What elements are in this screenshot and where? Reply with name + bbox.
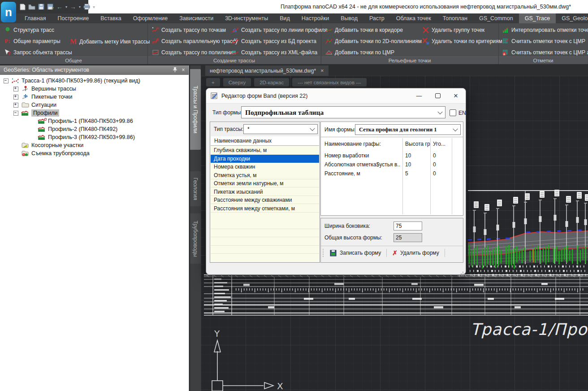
table-cell[interactable]: Номер выработки (324, 152, 401, 159)
list-item[interactable]: Глубина скважины, м (211, 146, 319, 155)
read-marks-dtm-auto-icon: a (502, 49, 509, 56)
tree-item-situations[interactable]: Ситуации (0, 101, 56, 109)
tab-vid[interactable]: Вид (274, 13, 296, 23)
tree-item-route[interactable]: Трасса-1 (ПК480-ПК503+99.86) (текущий ви… (0, 77, 140, 85)
expander-icon[interactable] (13, 111, 18, 116)
form-type-combobox[interactable]: Подпрофильная таблица (241, 106, 445, 118)
add-route-name-label-button[interactable]: M Добавить метку Имя трассы (69, 37, 150, 46)
tab-topoplan[interactable]: Топоплан (437, 13, 473, 23)
tree-item-pipeline-survey[interactable]: Съемка трубопровода (0, 149, 90, 157)
tab-gs-common[interactable]: GS_Common (473, 13, 519, 23)
redo-icon[interactable]: → (70, 3, 76, 11)
route-db-icon: БД (231, 38, 239, 45)
table-cell[interactable]: 10 (405, 152, 411, 159)
delete-form-button[interactable]: ✗ Удалить форму (392, 249, 439, 256)
delete-points-by-criteria-button[interactable]: Удалить точки по критериям (422, 37, 502, 46)
create-route-by-polyline-button[interactable]: Создать трассу по полилинии (151, 48, 238, 57)
add-points-by-2d-polylines-button[interactable]: Добавить точки по 2D-полилиниям (325, 37, 422, 46)
tab-gs-geology[interactable]: GS_Geology (556, 13, 588, 23)
read-marks-from-dtm-button[interactable]: Считать отметки точек с ЦМР (502, 37, 588, 46)
create-route-by-points-button[interactable]: Создать трассу по точкам (151, 26, 238, 35)
create-route-from-xml-button[interactable]: Создать трассу из XML-файла (231, 48, 328, 57)
tab-zavisimosti[interactable]: Зависимости (173, 13, 219, 23)
side-width-input[interactable] (393, 222, 422, 230)
customize-toolbar-icon[interactable]: ▾ (93, 3, 95, 11)
form-name-combobox[interactable]: Сетка профиля для геологии 1 (355, 124, 461, 135)
create-route-from-project-db-button[interactable]: БД Создать трассу из БД проекта (231, 37, 328, 46)
close-document-icon[interactable]: × (320, 67, 324, 74)
new-file-icon[interactable] (20, 3, 26, 11)
tree-item-picket-points[interactable]: Пикетные точки (0, 93, 72, 101)
tab-glavnaya[interactable]: Главная (19, 13, 52, 23)
table-cell[interactable]: 0 (433, 170, 436, 177)
open-file-icon[interactable] (28, 3, 35, 11)
dialog-title-bar[interactable]: Редактор форм Band (версия 22) — × (206, 88, 466, 104)
table-cell[interactable]: 10 (405, 161, 411, 168)
tab-oformlenie[interactable]: Оформление (127, 13, 174, 23)
save-form-button[interactable]: Записать форму (330, 250, 381, 256)
tree-item-profile-1[interactable]: Профиль-1 (ПК480-ПК503+99.86 (0, 117, 133, 125)
trace-type-combobox[interactable]: * (243, 124, 318, 134)
create-route-by-profile-line-button[interactable]: Создать трассу по линии профиля (231, 26, 328, 35)
interpolate-point-marks-button[interactable]: Интерполировать отметки точек (502, 26, 588, 35)
close-panel-icon[interactable]: × (180, 67, 186, 73)
tab-rastr[interactable]: Растр (363, 13, 390, 23)
create-parallel-route-button[interactable]: Создать параллельную трассу (151, 37, 238, 46)
delete-point-group-button[interactable]: Удалить группу точек (422, 26, 502, 35)
expander-icon[interactable] (4, 78, 9, 83)
undo-dropdown-icon[interactable]: ▾ (65, 3, 67, 11)
expander-icon[interactable] (13, 87, 18, 91)
eng-checkbox[interactable] (450, 109, 456, 116)
side-tab-pipelines[interactable]: Трубопроводы (190, 213, 201, 264)
add-points-in-corridor-button[interactable]: Добавить точки в коридоре (325, 26, 422, 35)
list-item[interactable]: Отметка устья, м (211, 171, 319, 180)
tab-oblaka-tochek[interactable]: Облака точек (390, 13, 437, 23)
ribbon-group-marks: Интерполировать отметки точек Считать от… (499, 23, 588, 64)
close-dialog-button[interactable]: × (447, 88, 465, 103)
table-cell[interactable]: 0 (433, 152, 436, 159)
tree-item-profile-3[interactable]: Профиль-3 (ПК492-ПК503+99.86) (0, 133, 135, 141)
tab-vstavka[interactable]: Вставка (95, 13, 127, 23)
undo-icon[interactable]: ← (56, 3, 63, 11)
query-route-object-button[interactable]: ? Запрос объекта трассы (4, 48, 72, 57)
table-cell[interactable]: Абсолютная отметка$устья в... (324, 161, 401, 168)
structure-of-routes-button[interactable]: Структура трасс (4, 26, 72, 35)
expander-icon[interactable] (13, 103, 18, 108)
list-item[interactable]: Отметки земли натурные, м (211, 179, 319, 188)
tab-gs-trace[interactable]: GS_Trace (519, 13, 556, 23)
tool-panel-header: GeoSeries: Область инструментов × (0, 65, 189, 75)
list-item[interactable]: Пикетаж изысканий (211, 188, 319, 196)
tree-item-vertices[interactable]: Вершины трассы (0, 85, 76, 93)
list-item-selected[interactable]: Дата проходки (211, 155, 319, 163)
minimize-button[interactable]: — (410, 88, 428, 103)
common-parameters-button[interactable]: P: Общие параметры (4, 37, 72, 46)
side-tab-routes-profiles[interactable]: Трассы и Профили (190, 69, 201, 150)
list-item[interactable]: Расстояния между отметками, м (211, 204, 319, 213)
maximize-button[interactable] (429, 88, 447, 103)
print-icon[interactable] (83, 3, 90, 11)
list-item[interactable]: Номера скважин (211, 163, 319, 171)
table-cell[interactable]: 5 (405, 170, 408, 177)
side-tab-geology[interactable]: Геология (190, 171, 201, 206)
read-marks-from-dtm-auto-button[interactable]: a Считать отметки точек с ЦМР авто (502, 48, 588, 57)
dialog-resize-grip[interactable] (463, 272, 463, 273)
tab-vyvod[interactable]: Вывод (335, 13, 363, 23)
list-item[interactable]: Расстояние между скважинами (211, 196, 319, 204)
save-icon[interactable] (38, 3, 44, 11)
tab-postroenie[interactable]: Построение (52, 13, 95, 23)
tree-item-slope-sections[interactable]: Косогорные участки (0, 141, 83, 149)
table-cell[interactable]: 0 (433, 161, 436, 168)
toolbar-drag-handle[interactable] (323, 249, 325, 257)
form-name-value: Сетка профиля для геологии 1 (359, 126, 437, 133)
tab-3d-instrumenty[interactable]: 3D-инструменты (219, 13, 274, 23)
add-points-by-dtm-button[interactable]: Добавить точки по ЦМР (325, 48, 422, 57)
tree-item-profiles[interactable]: Профили (0, 109, 59, 117)
document-tab[interactable]: нефтепровод магистральный_530мм.dwg* × (205, 65, 329, 76)
tab-nastroyki[interactable]: Настройки (296, 13, 335, 23)
pin-icon[interactable] (172, 67, 178, 73)
tree-item-profile-2[interactable]: Профиль-2 (ПК480-ПК492) (0, 125, 117, 133)
redo-dropdown-icon[interactable]: ▾ (79, 3, 81, 11)
expander-icon[interactable] (13, 95, 18, 100)
table-cell[interactable]: Расстояние, м (324, 170, 401, 177)
save-as-icon[interactable] (47, 3, 54, 11)
